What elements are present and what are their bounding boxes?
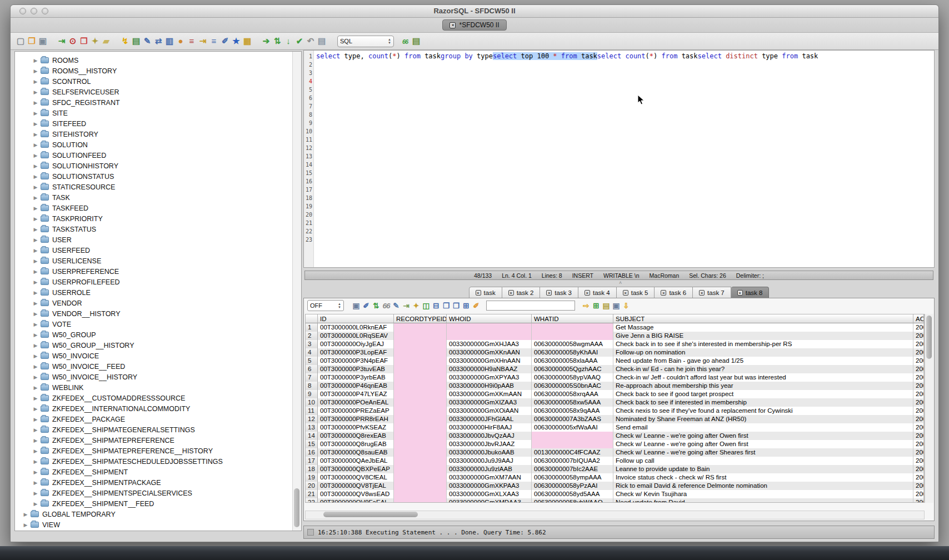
tree-item[interactable]: ▶ZKFEDEX__INTERNATIONALCOMMODITY — [15, 403, 301, 414]
sql-mode-select[interactable]: SQL ▲▼ — [337, 36, 394, 47]
tree-item[interactable]: ▶ZKFEDEX__SHIPMATEPREFERENCE — [15, 435, 301, 446]
sql-editor-code[interactable]: select type, count(*) from taskgroup by … — [314, 51, 818, 267]
table-row[interactable]: 1400T3000000Q8rexEAB0033000000JbvQzAAJCh… — [306, 432, 924, 440]
edit-cell-icon[interactable]: ✎ — [391, 301, 401, 311]
export-down-icon[interactable]: ⇩ — [621, 301, 631, 311]
edit-document-icon[interactable]: ✎ — [142, 36, 153, 47]
tree-item[interactable]: ▶SCONTROL — [15, 76, 301, 87]
disclosure-triangle-icon[interactable]: ▶ — [32, 480, 39, 486]
tree-item[interactable]: ▶GLOBAL TEMPORARY — [15, 509, 301, 519]
table-star-icon[interactable]: ▦ — [242, 36, 253, 47]
search-go-icon[interactable]: ⇨ — [581, 301, 591, 311]
results-search-input[interactable] — [486, 301, 575, 311]
disclosure-triangle-icon[interactable]: ▶ — [32, 343, 39, 348]
rollback-icon[interactable]: ↶ — [305, 36, 316, 47]
execute-query-icon[interactable]: ➔ — [261, 36, 272, 47]
close-tab-icon[interactable]: ✕ — [546, 290, 552, 296]
limit-select[interactable]: OFF ▲▼ — [307, 300, 344, 311]
disclosure-triangle-icon[interactable]: ▶ — [32, 279, 39, 285]
tree-item[interactable]: ▶TASKFEED — [15, 203, 301, 213]
disclosure-triangle-icon[interactable]: ▶ — [22, 512, 29, 517]
save-results-icon[interactable]: ▣ — [351, 301, 361, 311]
result-tab-task-6[interactable]: ✕task 6 — [655, 287, 693, 298]
disclosure-triangle-icon[interactable]: ▶ — [32, 311, 39, 317]
table-row[interactable]: 1300T3000000PfvKSEAZ0033000000HirF8AAJ00… — [306, 423, 924, 432]
disclosure-triangle-icon[interactable]: ▶ — [32, 258, 39, 264]
disclosure-triangle-icon[interactable]: ▶ — [32, 501, 39, 507]
disclosure-triangle-icon[interactable]: ▶ — [32, 448, 39, 454]
tree-item[interactable]: ▶W50_INVOICE__FEED — [15, 361, 301, 372]
table-columns-icon[interactable]: ⊟ — [431, 301, 441, 311]
tree-item[interactable]: ▶USERROLE — [15, 287, 301, 298]
tree-item[interactable]: ▶USER — [15, 234, 301, 245]
describe-table-icon[interactable]: ▤ — [411, 36, 422, 47]
table-row[interactable]: 1000T3000000POeAnEAL0033000000GmXIZAA300… — [306, 398, 924, 407]
close-tab-icon[interactable]: ✕ — [737, 290, 743, 296]
close-tab-icon[interactable]: ✕ — [508, 290, 514, 296]
tree-item[interactable]: ▶ZKFEDEX__SHIPMENT — [15, 467, 301, 477]
checklist-icon[interactable]: ▤ — [131, 36, 142, 47]
tree-scrollbar-thumb[interactable] — [294, 488, 299, 527]
copy-connection-icon[interactable]: ❒ — [78, 36, 89, 47]
follow-link-icon[interactable]: ⇥ — [401, 301, 411, 311]
disclosure-triangle-icon[interactable]: ▶ — [32, 427, 39, 433]
tree-item[interactable]: ▶SELFSERVICEUSER — [15, 87, 301, 97]
close-tab-icon[interactable]: ✕ — [699, 290, 705, 296]
column-header[interactable]: SUBJECT — [613, 314, 913, 323]
disclosure-triangle-icon[interactable]: ▶ — [32, 417, 39, 422]
tree-item[interactable]: ▶SITEHISTORY — [15, 129, 301, 139]
insert-row-icon[interactable]: ⊞ — [591, 301, 601, 311]
list-edit-icon[interactable]: ✐ — [219, 36, 231, 47]
tree-item[interactable]: ▶VOTE — [15, 319, 301, 329]
tree-item[interactable]: ▶VENDOR — [15, 298, 301, 308]
copy-results-icon[interactable]: ❒ — [451, 301, 461, 311]
list-icon[interactable]: ≡ — [186, 36, 197, 47]
table-row[interactable]: 1700T3000000QAeJbEAL0033000000Ju9J9AAJ00… — [306, 457, 924, 465]
disclosure-triangle-icon[interactable]: ▶ — [32, 385, 39, 391]
highlighter-icon[interactable]: ✐ — [471, 301, 481, 311]
clipboard-icon[interactable]: ▤ — [601, 301, 611, 311]
book-icon[interactable]: ▥ — [164, 36, 175, 47]
table-row[interactable]: 2000T3000000QV8TjEAL0033000000GmXKPAA300… — [306, 482, 924, 490]
save-icon[interactable]: ▣ — [37, 36, 48, 47]
list-blue-icon[interactable]: ≡ — [208, 36, 219, 47]
sql-editor[interactable]: 1234567891011121314151617181920212223 se… — [303, 50, 935, 268]
tree-item[interactable]: ▶VENDOR__HISTORY — [15, 308, 301, 319]
results-vertical-scrollbar[interactable] — [925, 314, 933, 503]
column-header[interactable]: AC — [913, 314, 924, 323]
tree-item[interactable]: ▶SOLUTION — [15, 139, 301, 150]
disclosure-triangle-icon[interactable]: ▶ — [32, 132, 39, 137]
result-tab-task[interactable]: ✕task — [469, 287, 502, 298]
tree-item[interactable]: ▶ZKFEDEX__CUSTOMADDRESSSOURCE — [15, 393, 301, 403]
disclosure-triangle-icon[interactable]: ▶ — [32, 248, 39, 253]
disclosure-triangle-icon[interactable]: ▶ — [32, 301, 39, 306]
disconnect-database-icon[interactable]: ⊙ — [67, 36, 78, 47]
disclosure-triangle-icon[interactable]: ▶ — [32, 364, 39, 369]
disclosure-triangle-icon[interactable]: ▶ — [22, 522, 29, 528]
tree-item[interactable]: ▶ZKFEDEX__SHIPMENT__FEED — [15, 498, 301, 509]
new-file-icon[interactable]: ▢ — [15, 36, 26, 47]
disclosure-triangle-icon[interactable]: ▶ — [32, 68, 39, 74]
close-tab-icon[interactable]: ✕ — [585, 290, 590, 296]
column-header[interactable]: WHOID — [447, 314, 532, 323]
table-row[interactable]: 600T3000000P3tuvEAB0033000000H9aNBAAZ006… — [306, 365, 924, 373]
results-horizontal-scrollbar[interactable] — [305, 511, 925, 519]
tree-item[interactable]: ▶W50_INVOICE__HISTORY — [15, 372, 301, 382]
close-tab-icon[interactable]: ✕ — [476, 290, 481, 296]
tree-item[interactable]: ▶W50_GROUP — [15, 329, 301, 340]
tree-item[interactable]: ▶ROOMS — [15, 55, 301, 66]
close-tab-icon[interactable]: ✕ — [661, 290, 666, 296]
disclosure-triangle-icon[interactable]: ▶ — [32, 184, 39, 190]
results-vscrollbar-thumb[interactable] — [926, 316, 932, 359]
disclosure-triangle-icon[interactable]: ▶ — [32, 290, 39, 296]
tree-item[interactable]: ▶ZKFEDEX__SHIPMATEGENERALSETTINGS — [15, 424, 301, 435]
disclosure-triangle-icon[interactable]: ▶ — [32, 469, 39, 475]
tree-item[interactable]: ▶WEBLINK — [15, 382, 301, 393]
result-tab-task-8[interactable]: ✕task 8 — [731, 287, 770, 298]
view-glasses-icon[interactable]: 66 — [381, 301, 391, 311]
disclosure-triangle-icon[interactable]: ▶ — [32, 374, 39, 380]
result-tab-task-5[interactable]: ✕task 5 — [617, 287, 655, 298]
help-book-icon[interactable]: ● — [175, 36, 186, 47]
disclosure-triangle-icon[interactable]: ▶ — [32, 406, 39, 412]
query-log-icon[interactable]: ▤ — [316, 36, 327, 47]
